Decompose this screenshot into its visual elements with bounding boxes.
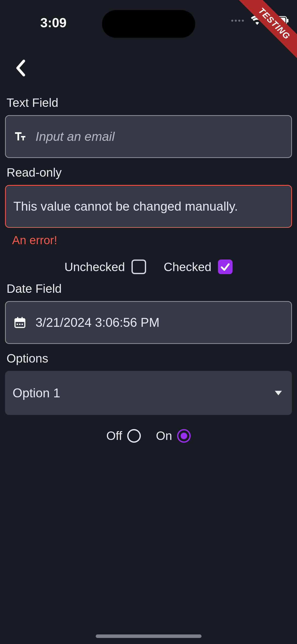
checkbox-row: Unchecked Checked [5, 260, 292, 274]
battery-icon [268, 16, 287, 25]
checkbox-unchecked[interactable] [131, 260, 146, 274]
radio-on-label: On [156, 429, 172, 443]
checkbox-checked-group[interactable]: Checked [164, 260, 233, 274]
check-icon [220, 262, 230, 272]
svg-rect-5 [19, 324, 20, 325]
text-field-placeholder: Input an email [36, 129, 115, 144]
date-field-value: 3/21/2024 3:06:56 PM [36, 315, 159, 330]
svg-rect-6 [22, 324, 23, 325]
checkbox-unchecked-group[interactable]: Unchecked [64, 260, 146, 274]
checkbox-checked-label: Checked [164, 260, 211, 274]
readonly-field-input: This value cannot be changed manually. [5, 185, 292, 228]
recording-dots-icon [231, 20, 244, 22]
text-format-icon [13, 130, 26, 143]
checkbox-unchecked-label: Unchecked [64, 260, 125, 274]
caret-down-icon [275, 391, 282, 395]
device-notch [102, 10, 195, 38]
date-field-label: Date Field [7, 282, 292, 296]
radio-off-group[interactable]: Off [106, 429, 141, 443]
text-field-label: Text Field [7, 96, 292, 110]
text-field-input[interactable]: Input an email [5, 115, 292, 158]
radio-on-group[interactable]: On [156, 429, 191, 443]
chevron-left-icon [15, 59, 26, 77]
options-select[interactable]: Option 1 [5, 371, 292, 415]
status-icons [231, 15, 287, 26]
status-bar: 3:09 [0, 0, 297, 28]
radio-on-dot [181, 433, 187, 439]
status-time: 3:09 [40, 15, 67, 30]
back-button[interactable] [10, 58, 30, 78]
svg-rect-1 [15, 319, 25, 322]
readonly-field-value: This value cannot be changed manually. [13, 199, 238, 214]
svg-rect-3 [22, 317, 23, 320]
calendar-icon [13, 316, 26, 329]
options-field-label: Options [7, 351, 292, 365]
home-indicator[interactable] [96, 634, 202, 638]
wifi-icon [251, 15, 263, 26]
svg-rect-2 [17, 317, 18, 320]
radio-off[interactable] [127, 429, 141, 443]
readonly-field-error: An error! [12, 233, 292, 247]
radio-off-label: Off [106, 429, 122, 443]
radio-row: Off On [5, 429, 292, 443]
date-field-input[interactable]: 3/21/2024 3:06:56 PM [5, 301, 292, 344]
options-selected-value: Option 1 [13, 386, 60, 400]
radio-on[interactable] [177, 429, 191, 443]
checkbox-checked[interactable] [218, 260, 233, 274]
svg-rect-4 [17, 324, 18, 325]
form: Text Field Input an email Read-only This… [0, 96, 297, 443]
readonly-field-label: Read-only [7, 166, 292, 179]
